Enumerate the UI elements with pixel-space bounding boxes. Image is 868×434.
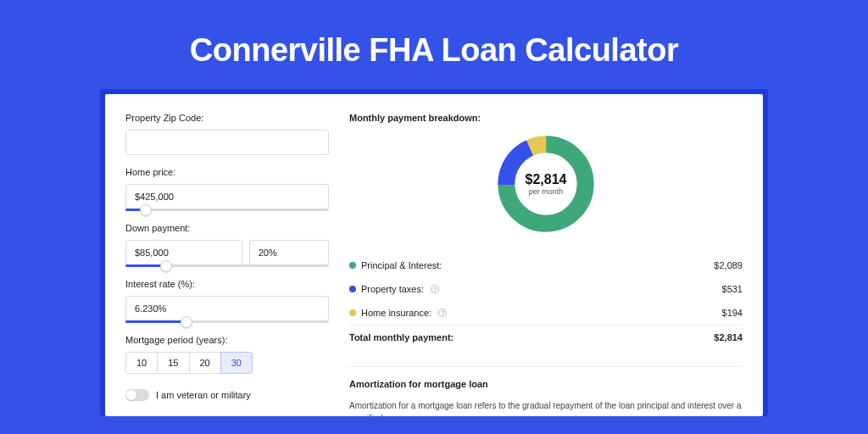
amortization-text: Amortization for a mortgage loan refers … [349, 399, 743, 416]
legend-row: Property taxes:?$531 [349, 277, 743, 301]
total-amount: $2,814 [714, 332, 743, 342]
donut-chart-wrap: $2,814 per month [349, 133, 743, 235]
total-label: Total monthly payment: [349, 332, 453, 342]
form-column: Property Zip Code: Home price: Down paym… [125, 113, 329, 416]
total-row: Total monthly payment: $2,814 [349, 326, 743, 349]
down-payment-field: Down payment: [125, 223, 329, 267]
interest-field: Interest rate (%): [125, 279, 329, 323]
period-label: Mortgage period (years): [125, 335, 329, 345]
page-title: Connerville FHA Loan Calculator [0, 0, 868, 89]
amortization-heading: Amortization for mortgage loan [349, 379, 743, 389]
interest-input[interactable] [125, 296, 329, 321]
toggle-knob [126, 390, 136, 400]
breakdown-legend: Principal & Interest:$2,089Property taxe… [349, 253, 743, 325]
down-payment-amount-input[interactable] [125, 240, 242, 265]
legend-label: Principal & Interest: [361, 260, 442, 270]
veteran-label: I am veteran or military [156, 390, 251, 400]
donut-caption: per month [526, 187, 567, 196]
legend-row: Principal & Interest:$2,089 [349, 253, 743, 277]
down-payment-percent-input[interactable] [249, 240, 329, 265]
zip-field: Property Zip Code: [125, 113, 329, 155]
donut-chart: $2,814 per month [495, 133, 597, 235]
donut-center: $2,814 per month [526, 172, 567, 196]
legend-amount: $531 [722, 284, 743, 294]
zip-input[interactable] [125, 130, 329, 155]
slider-handle[interactable] [181, 316, 192, 328]
calculator-card: Property Zip Code: Home price: Down paym… [105, 94, 763, 416]
period-field: Mortgage period (years): 10152030 [125, 335, 329, 374]
period-group: 10152030 [125, 352, 329, 374]
legend-dot-icon [349, 309, 356, 316]
amortization-section: Amortization for mortgage loan Amortizat… [349, 366, 743, 416]
legend-dot-icon [349, 262, 356, 269]
calculator-shell: Property Zip Code: Home price: Down paym… [100, 89, 768, 416]
veteran-row: I am veteran or military [125, 389, 329, 401]
period-option-20[interactable]: 20 [189, 352, 221, 374]
interest-label: Interest rate (%): [125, 279, 329, 289]
legend-label: Property taxes: [361, 284, 424, 294]
period-option-10[interactable]: 10 [125, 352, 158, 374]
help-icon[interactable]: ? [438, 309, 447, 317]
zip-label: Property Zip Code: [125, 113, 329, 123]
home-price-input[interactable] [125, 184, 329, 209]
help-icon[interactable]: ? [431, 285, 439, 293]
period-option-15[interactable]: 15 [157, 352, 189, 374]
home-price-label: Home price: [125, 167, 329, 177]
home-price-field: Home price: [125, 167, 329, 211]
donut-amount: $2,814 [526, 172, 567, 187]
legend-dot-icon [349, 286, 356, 292]
legend-row: Home insurance:?$194 [349, 301, 743, 325]
breakdown-heading: Monthly payment breakdown: [349, 113, 743, 123]
slider-handle[interactable] [140, 204, 152, 216]
breakdown-column: Monthly payment breakdown: $2,814 per mo… [349, 113, 743, 416]
slider-handle[interactable] [160, 260, 172, 272]
down-payment-slider[interactable] [125, 264, 329, 267]
legend-amount: $194 [722, 308, 743, 318]
down-payment-label: Down payment: [125, 223, 329, 233]
period-option-30[interactable]: 30 [220, 352, 253, 374]
slider-fill [125, 320, 186, 323]
home-price-slider[interactable] [125, 209, 329, 211]
legend-amount: $2,089 [714, 260, 743, 270]
veteran-toggle[interactable] [125, 389, 149, 401]
legend-label: Home insurance: [361, 308, 431, 318]
interest-slider[interactable] [125, 320, 329, 323]
